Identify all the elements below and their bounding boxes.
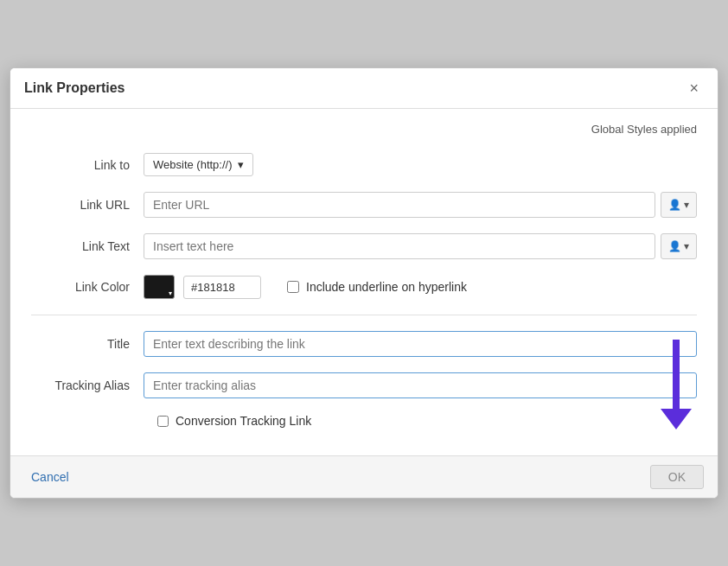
link-url-input-group: 👤 ▾ xyxy=(144,192,697,218)
chevron-down-icon: ▾ xyxy=(238,158,244,171)
dropdown-arrow-icon: ▾ xyxy=(684,199,689,211)
conversion-tracking-row: Conversion Tracking Link xyxy=(157,414,697,428)
dialog-title: Link Properties xyxy=(24,80,125,96)
link-text-input[interactable] xyxy=(144,233,655,259)
link-to-label: Link to xyxy=(31,158,144,172)
link-url-label: Link URL xyxy=(31,198,144,212)
tracking-alias-input[interactable] xyxy=(144,372,697,398)
link-color-row: Link Color Include underline on hyperlin… xyxy=(31,275,697,299)
color-hex-input[interactable] xyxy=(183,276,261,299)
link-color-label: Link Color xyxy=(31,280,144,294)
link-to-row: Link to Website (http://) ▾ xyxy=(31,153,697,176)
divider xyxy=(31,315,697,315)
link-to-dropdown[interactable]: Website (http://) ▾ xyxy=(144,153,253,176)
arrow-down-icon xyxy=(661,340,692,429)
dialog-footer: Cancel OK xyxy=(10,455,718,498)
link-url-person-button[interactable]: 👤 ▾ xyxy=(661,192,697,218)
title-label: Title xyxy=(31,337,144,351)
ok-button[interactable]: OK xyxy=(650,465,704,489)
person-icon: 👤 xyxy=(668,199,681,211)
underline-checkbox-group: Include underline on hyperlink xyxy=(287,280,467,294)
dialog-titlebar: Link Properties × xyxy=(10,68,718,109)
dialog-body: Global Styles applied Link to Website (h… xyxy=(10,109,718,455)
color-row: Include underline on hyperlink xyxy=(144,275,467,299)
link-properties-dialog: Link Properties × Global Styles applied … xyxy=(10,67,718,499)
link-url-input[interactable] xyxy=(144,192,655,218)
link-text-label: Link Text xyxy=(31,239,144,253)
conversion-tracking-label: Conversion Tracking Link xyxy=(176,414,311,428)
tracking-alias-label: Tracking Alias xyxy=(31,378,144,392)
title-input[interactable] xyxy=(144,331,697,357)
color-swatch[interactable] xyxy=(144,275,175,299)
link-text-person-button[interactable]: 👤 ▾ xyxy=(661,233,697,259)
cancel-button[interactable]: Cancel xyxy=(24,467,76,487)
title-row: Title xyxy=(31,331,697,357)
link-text-input-group: 👤 ▾ xyxy=(144,233,697,259)
tracking-alias-row: Tracking Alias xyxy=(31,372,697,398)
close-button[interactable]: × xyxy=(684,79,704,98)
link-text-row: Link Text 👤 ▾ xyxy=(31,233,697,259)
person-icon-2: 👤 xyxy=(668,240,681,252)
link-url-row: Link URL 👤 ▾ xyxy=(31,192,697,218)
link-to-value: Website (http://) xyxy=(153,158,233,171)
dropdown-arrow-icon-2: ▾ xyxy=(684,240,689,252)
global-styles-note: Global Styles applied xyxy=(31,123,697,136)
arrow-indicator xyxy=(661,340,692,429)
underline-checkbox[interactable] xyxy=(287,281,299,293)
conversion-tracking-checkbox[interactable] xyxy=(157,416,169,427)
underline-label: Include underline on hyperlink xyxy=(306,280,467,294)
